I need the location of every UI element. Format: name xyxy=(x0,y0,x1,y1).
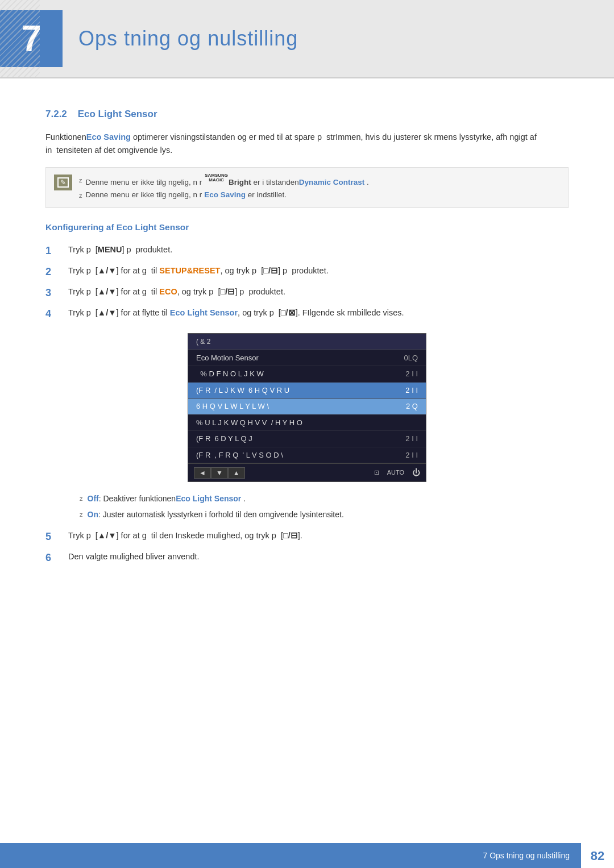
main-content: 7.2.2 Eco Light Sensor FunktionenEco Sav… xyxy=(0,78,614,605)
menu-ctrl-auto-text: AUTO xyxy=(387,468,404,477)
note-line-2: z Denne menu er ikke tilg ngelig, n r Ec… xyxy=(79,189,369,202)
page-footer: 7 Ops tning og nulstilling 82 xyxy=(0,843,614,868)
config-heading: Konfigurering af Eco Light Sensor xyxy=(45,221,569,234)
steps-list: 1 Tryk p [MENU] p produktet. 2 Tryk p [▲… xyxy=(45,243,569,322)
sub-bullet-off: z Off: Deaktiver funktionenEco Light Sen… xyxy=(80,492,569,505)
menu-screenshot: ( & 2 Eco Motion Sensor 0LQ % D F N O L … xyxy=(188,333,426,483)
step-6: 6 Den valgte mulighed bliver anvendt. xyxy=(45,550,569,566)
menu-row-backlight: % D F N O L J K W 2 I I xyxy=(188,366,426,383)
intro-paragraph: FunktionenEco Saving optimerer visningst… xyxy=(45,131,569,157)
section-heading: 7.2.2 Eco Light Sensor xyxy=(45,107,569,122)
step-5: 5 Tryk p [▲/▼] for at g til den Inskede … xyxy=(45,529,569,545)
footer-page-number: 82 xyxy=(581,843,614,868)
menu-row-sensitivity: 6 H Q V L W L Y L W \ 2 Q xyxy=(188,398,426,415)
eco-saving-note-link: Eco Saving xyxy=(204,190,246,199)
menu-controls: ◄ ▼ ▲ ⊡ AUTO ⏻ xyxy=(188,463,426,481)
menu-row-eco-light-sensor: (F R / L J K W 6 H Q V R U 2 I I xyxy=(188,383,426,399)
note-line-1: z Denne menu er ikke tilg ngelig, n r SA… xyxy=(79,173,369,189)
sub-bullets: z Off: Deaktiver funktionenEco Light Sen… xyxy=(80,492,569,521)
sub-bullet-on: z On: Juster automatisk lysstyrken i for… xyxy=(80,508,569,521)
on-label: On xyxy=(88,510,98,519)
menu-row-brightness-level: % U L J K W Q H V V / H Y H O xyxy=(188,415,426,431)
menu-row-eco-icon-display: (F R , F R Q ' L V S O D \ 2 I I xyxy=(188,447,426,464)
chapter-title: Ops tning og nulstilling xyxy=(78,23,298,54)
menu-key: MENU xyxy=(98,245,122,254)
menu-title: ( & 2 xyxy=(188,334,426,350)
pencil-icon xyxy=(57,177,69,188)
menu-row-eco-motion: Eco Motion Sensor 0LQ xyxy=(188,350,426,367)
note-content: z Denne menu er ikke tilg ngelig, n r SA… xyxy=(79,173,369,202)
menu-row-eco-saving: (F R 6 D Y L Q J 2 I I xyxy=(188,431,426,447)
footer-chapter-label: 7 Ops tning og nulstilling xyxy=(483,850,581,862)
note-box: z Denne menu er ikke tilg ngelig, n r SA… xyxy=(45,167,569,208)
setup-reset-highlight: SETUP&RESET xyxy=(159,266,220,275)
step-1: 1 Tryk p [MENU] p produktet. xyxy=(45,243,569,259)
note-icon xyxy=(54,175,72,190)
eco-light-sensor-link: Eco Light Sensor xyxy=(170,308,238,317)
page-header: 7 Ops tning og nulstilling xyxy=(0,0,614,78)
eco-highlight: ECO xyxy=(159,287,177,296)
off-label: Off xyxy=(88,494,99,503)
menu-ctrl-left[interactable]: ◄ xyxy=(194,467,211,479)
menu-ctrl-power: ⏻ xyxy=(412,467,420,479)
eco-light-sensor-link2: Eco Light Sensor xyxy=(176,494,241,503)
eco-saving-link: Eco Saving xyxy=(86,132,131,142)
menu-ctrl-up[interactable]: ▲ xyxy=(228,467,245,479)
step-4: 4 Tryk p [▲/▼] for at flytte til Eco Lig… xyxy=(45,306,569,322)
dynamic-contrast-link: Dynamic Contrast xyxy=(299,177,365,186)
step-3: 3 Tryk p [▲/▼] for at g til ECO, og tryk… xyxy=(45,285,569,301)
samsung-magic-badge: SAMSUNGMAGIC xyxy=(205,173,228,182)
step-2: 2 Tryk p [▲/▼] for at g til SETUP&RESET,… xyxy=(45,264,569,280)
stripe-decoration xyxy=(0,0,40,77)
menu-ctrl-auto-label: ⊡ xyxy=(374,468,379,477)
menu-ctrl-down[interactable]: ▼ xyxy=(211,467,228,479)
